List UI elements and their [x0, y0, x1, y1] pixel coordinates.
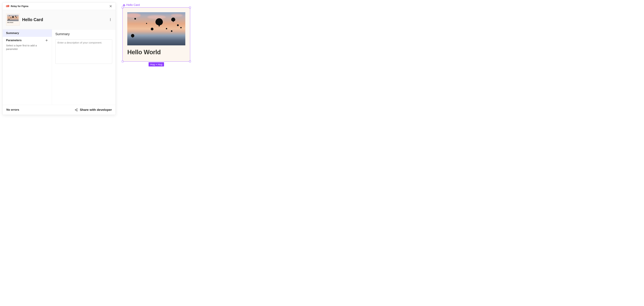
plugin-title: Relay for Figma [11, 5, 28, 7]
panel-body: Summary Parameters Select a layer first … [3, 29, 116, 105]
relay-logo-icon [6, 5, 10, 8]
svg-point-1 [7, 5, 10, 7]
resize-handle-top-left[interactable] [122, 7, 124, 8]
parameters-help-text: Select a layer first to add a parameter [6, 44, 48, 51]
panel-header: Relay for Figma [3, 3, 116, 10]
component-canvas-label: Hello Card [126, 3, 140, 7]
tab-summary[interactable]: Summary [3, 29, 52, 37]
resize-handle-top-right[interactable] [189, 7, 191, 8]
share-label: Share with developer [80, 108, 112, 112]
plus-icon [45, 39, 48, 42]
close-button[interactable] [109, 4, 112, 8]
parameters-title: Parameters [6, 39, 22, 42]
relay-plugin-panel: Relay for Figma [2, 2, 116, 115]
hello-card-component[interactable]: Hello World [122, 7, 190, 61]
component-name: Hello Card [22, 17, 43, 22]
card-title[interactable]: Hello World [127, 49, 185, 56]
main-column: Summary [52, 29, 116, 105]
panel-header-left: Relay for Figma [6, 5, 28, 8]
panel-footer: No errors Share with developer [3, 105, 116, 115]
component-label-row[interactable]: Hello Card [123, 3, 190, 7]
svg-point-2 [77, 109, 77, 109]
thumbnail-image [7, 15, 18, 21]
svg-rect-5 [124, 4, 124, 5]
svg-point-4 [77, 110, 77, 111]
size-badge: Hug × Hug [148, 62, 164, 66]
error-status: No errors [6, 108, 19, 112]
more-options-button[interactable] [108, 18, 112, 21]
thumbnail-caption: Hello World [7, 22, 18, 23]
resize-handle-bottom-left[interactable] [122, 61, 124, 62]
svg-point-3 [75, 110, 76, 110]
summary-heading: Summary [55, 32, 112, 36]
svg-rect-8 [124, 5, 124, 6]
selection-frame[interactable]: Hello World Hug × Hug [122, 7, 190, 62]
description-textarea[interactable] [55, 39, 112, 64]
sidebar: Summary Parameters Select a layer first … [3, 29, 52, 105]
component-header-left: Hello World Hello Card [6, 13, 43, 26]
component-thumbnail: Hello World [6, 13, 20, 26]
component-header: Hello World Hello Card [3, 10, 116, 29]
parameters-header: Parameters [6, 38, 48, 42]
figma-canvas[interactable]: Hello Card [122, 2, 190, 115]
resize-handle-bottom-right[interactable] [189, 61, 191, 62]
close-icon [109, 5, 112, 8]
dots-icon [110, 18, 111, 19]
svg-rect-6 [123, 5, 124, 6]
svg-rect-7 [124, 5, 125, 6]
share-with-developer-button[interactable]: Share with developer [75, 108, 112, 112]
card-image[interactable] [127, 12, 185, 45]
parameters-section: Parameters Select a layer first to add a… [3, 37, 52, 53]
add-parameter-button[interactable] [45, 38, 48, 42]
share-icon [75, 108, 78, 112]
component-icon [123, 4, 125, 6]
